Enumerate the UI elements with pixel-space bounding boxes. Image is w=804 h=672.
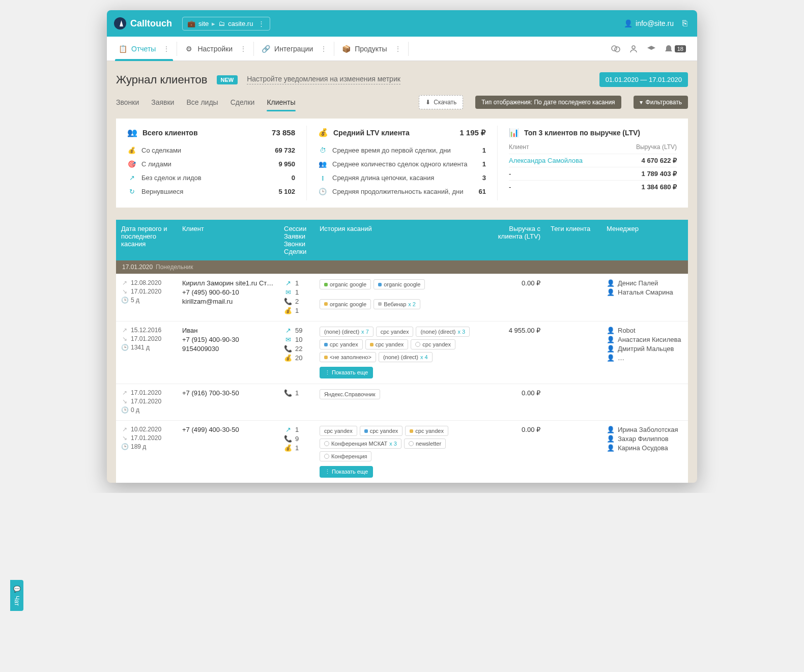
menu-Продукты[interactable]: 📦Продукты⋮ bbox=[334, 37, 408, 61]
cell-history: organic googleorganic googleorganic goog… bbox=[314, 279, 479, 316]
menu-Настройки[interactable]: ⚙Настройки⋮ bbox=[177, 37, 254, 61]
cell-history: (none) (direct)x 7cpc yandex(none) (dire… bbox=[314, 327, 479, 378]
help-chat-icon[interactable] bbox=[611, 44, 621, 54]
cell-history: Яндекс.Справочник bbox=[314, 389, 479, 415]
user-account[interactable]: 👤info@site.ru bbox=[624, 19, 674, 27]
th-client: Клиент bbox=[177, 225, 279, 255]
stat2-title: Средний LTV клиента bbox=[333, 129, 454, 137]
client-row: ↗10.02.2020↘17.01.2020🕒189 д+7 (499) 400… bbox=[116, 420, 688, 483]
cell-client[interactable]: Иван+7 (915) 400-90-309154009030 bbox=[177, 327, 279, 378]
menu-Интеграции[interactable]: 🔗Интеграции⋮ bbox=[254, 37, 334, 61]
notifications-bell[interactable]: 18 bbox=[665, 44, 686, 53]
top3-row: -1 384 680 ₽ bbox=[509, 180, 677, 193]
person-icon: 👤 bbox=[607, 435, 615, 443]
stat-icon: 👥 bbox=[318, 160, 327, 168]
date-icon: ↘ bbox=[121, 335, 128, 342]
sess-icon: ↗ bbox=[284, 279, 292, 287]
date-icon: ↗ bbox=[121, 327, 128, 334]
touch-chip[interactable]: cpc yandex bbox=[405, 426, 448, 436]
cell-history: cpc yandexcpc yandexcpc yandexКонференци… bbox=[314, 426, 479, 478]
stat-icon: 💰 bbox=[127, 147, 136, 154]
menu-icon: ⚙ bbox=[184, 44, 193, 53]
site-switcher[interactable]: 💼 site ▸ 🗂 casite.ru ⋮ bbox=[182, 17, 270, 31]
stat-row: ⫿Средняя длина цепочки, касания3 bbox=[318, 171, 486, 185]
sess-icon: ↗ bbox=[284, 327, 292, 334]
menu-Отчеты[interactable]: 📋Отчеты⋮ bbox=[111, 37, 177, 61]
person-icon: 👤 bbox=[607, 288, 615, 296]
cell-tags bbox=[545, 279, 601, 316]
display-type-button[interactable]: Тип отображения: По дате последнего каса… bbox=[475, 96, 621, 109]
touch-chip[interactable]: Конференция bbox=[320, 451, 371, 461]
touch-chip[interactable]: Вебинарx 2 bbox=[374, 299, 420, 309]
touch-chip[interactable]: <не заполнено> bbox=[320, 352, 376, 362]
stat-row: ↗Без сделок и лидов0 bbox=[127, 171, 295, 185]
stat1-title: Всего клиентов bbox=[142, 129, 267, 137]
touch-chip[interactable]: cpc yandex bbox=[365, 339, 409, 349]
date-range-picker[interactable]: 01.01.2020 — 17.01.2020 bbox=[599, 72, 688, 87]
touch-chip[interactable]: Яндекс.Справочник bbox=[320, 389, 380, 399]
stat-icon: ↻ bbox=[127, 188, 136, 195]
touch-chip[interactable]: cpc yandex bbox=[411, 339, 455, 349]
svg-point-0 bbox=[612, 46, 617, 51]
sess-icon: 📞 bbox=[284, 298, 292, 305]
source-dot-icon bbox=[324, 343, 328, 346]
more-dots-icon: ⋮ bbox=[320, 45, 327, 53]
cell-client[interactable]: +7 (499) 400-30-50 bbox=[177, 426, 279, 478]
tab-Клиенты[interactable]: Клиенты bbox=[267, 93, 295, 111]
touch-chip[interactable]: cpc yandex bbox=[360, 426, 403, 436]
show-more-button[interactable]: ⋮ Показать еще bbox=[320, 466, 373, 478]
stat-icon: ⏱ bbox=[318, 147, 327, 154]
cell-client[interactable]: Кирилл Заморин site1.ru Ст…+7 (495) 900-… bbox=[177, 279, 279, 316]
svg-point-2 bbox=[632, 46, 635, 49]
menu-icon: 📦 bbox=[341, 44, 351, 53]
academy-icon[interactable] bbox=[646, 45, 656, 53]
day-separator: 17.01.2020Понедельник bbox=[116, 260, 688, 274]
filter-button[interactable]: ▾Фильтровать bbox=[634, 96, 688, 109]
touch-chip[interactable]: newsletter bbox=[404, 439, 446, 449]
touch-chip[interactable]: cpc yandex bbox=[320, 426, 357, 436]
date-icon: ↘ bbox=[121, 398, 128, 405]
stat-row: ⏱Среднее время до первой сделки, дни1 bbox=[318, 143, 486, 157]
stat-icon: 🎯 bbox=[127, 160, 136, 168]
tab-Все лиды[interactable]: Все лиды bbox=[186, 93, 218, 111]
download-button[interactable]: ⬇Скачать bbox=[419, 95, 463, 109]
stat1-value: 73 858 bbox=[272, 128, 295, 137]
cell-dates: ↗17.01.2020↘17.01.2020🕒0 д bbox=[116, 389, 177, 415]
show-more-button[interactable]: ⋮ Показать еще bbox=[320, 367, 373, 378]
more-dots-icon: ⋮ bbox=[240, 45, 247, 53]
touch-chip[interactable]: Конференция МСКАТx 3 bbox=[320, 439, 401, 449]
touch-chip[interactable]: organic google bbox=[320, 299, 371, 309]
person-icon: 👤 bbox=[607, 345, 615, 353]
touch-chip[interactable]: (none) (direct)x 7 bbox=[320, 327, 374, 337]
funnel-icon: ▾ bbox=[640, 99, 643, 106]
support-icon[interactable] bbox=[629, 44, 638, 53]
touch-chip[interactable]: cpc yandex bbox=[320, 339, 363, 349]
brand-mark-icon bbox=[114, 17, 126, 30]
top-client-link[interactable]: Александра Самойлова bbox=[509, 157, 583, 164]
touch-chip[interactable]: (none) (direct)x 3 bbox=[416, 327, 470, 337]
touch-chip[interactable]: (none) (direct)x 4 bbox=[379, 352, 433, 362]
person-icon: 👤 bbox=[607, 426, 615, 433]
notice-link[interactable]: Настройте уведомления на изменения метри… bbox=[247, 75, 400, 84]
source-dot-icon bbox=[324, 356, 328, 359]
tab-Сделки[interactable]: Сделки bbox=[231, 93, 255, 111]
logout-icon[interactable]: ⎘ bbox=[680, 18, 690, 28]
chevron-right-icon: ▸ bbox=[212, 20, 215, 27]
cell-client[interactable]: +7 (916) 700-30-50 bbox=[177, 389, 279, 415]
touch-chip[interactable]: organic google bbox=[320, 279, 371, 289]
menu-icon: 🔗 bbox=[261, 44, 270, 53]
tab-Звонки[interactable]: Звонки bbox=[116, 93, 139, 111]
sess-icon: ✉ bbox=[284, 336, 292, 343]
brand-logo[interactable]: Calltouch bbox=[114, 17, 172, 30]
sess-icon: ↗ bbox=[284, 426, 292, 433]
sess-icon: 💰 bbox=[284, 444, 292, 452]
touch-chip[interactable]: cpc yandex bbox=[376, 327, 414, 337]
cell-managers: 👤Денис Палей👤Наталья Смарина bbox=[601, 279, 688, 316]
tab-Заявки[interactable]: Заявки bbox=[151, 93, 174, 111]
touch-chip[interactable]: organic google bbox=[374, 279, 425, 289]
th-ltv: Выручка с клиента (LTV) bbox=[479, 225, 545, 255]
notif-count: 18 bbox=[675, 45, 686, 52]
date-icon: ↗ bbox=[121, 389, 128, 396]
sess-icon: 📞 bbox=[284, 345, 292, 353]
cell-sessions: ↗59✉10📞22💰20 bbox=[279, 327, 314, 378]
